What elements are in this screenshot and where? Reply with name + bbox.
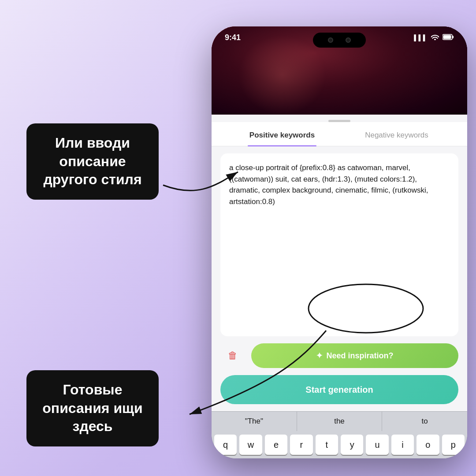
key-p[interactable]: p (442, 435, 465, 455)
suggestion-the[interactable]: the (297, 412, 383, 431)
status-time: 9:41 (225, 33, 241, 42)
key-o[interactable]: o (416, 435, 439, 455)
island-camera-right (346, 37, 351, 43)
key-q[interactable]: q (214, 435, 237, 455)
keyboard-suggestions: "The" the to (212, 411, 467, 431)
phone-content: Positive keywords Negative keywords a cl… (212, 115, 467, 458)
phone-mockup: 9:41 ▌▌▌ (212, 26, 467, 458)
key-u[interactable]: u (366, 435, 388, 455)
key-i[interactable]: i (391, 435, 414, 455)
sparkle-icon: ✦ (316, 351, 323, 361)
keyboard-row: q w e r t y u i o p (212, 431, 467, 458)
prompt-text-area[interactable]: a close-up portrait of {prefix:0.8} as c… (220, 153, 458, 336)
key-w[interactable]: w (239, 435, 262, 455)
tab-negative-keywords[interactable]: Negative keywords (339, 131, 454, 146)
dynamic-island (313, 33, 366, 48)
key-y[interactable]: y (341, 435, 363, 455)
battery-icon (443, 34, 454, 41)
tab-positive-keywords[interactable]: Positive keywords (225, 131, 339, 146)
key-r[interactable]: r (290, 435, 312, 455)
annotation-bottom: Готовые описания ищи здесь (26, 370, 159, 446)
action-row: 🗑 ✦ Need inspiration? (212, 343, 467, 375)
trash-icon: 🗑 (228, 350, 238, 361)
start-generation-button[interactable]: Start generation (220, 375, 458, 404)
signal-icon: ▌▌▌ (414, 34, 428, 41)
annotation-top: Или вводи описание другого стиля (26, 123, 159, 200)
svg-rect-2 (443, 35, 451, 39)
status-icons: ▌▌▌ (414, 34, 454, 41)
key-e[interactable]: e (265, 435, 287, 455)
inspiration-button[interactable]: ✦ Need inspiration? (251, 343, 458, 368)
trash-button[interactable]: 🗑 (220, 343, 245, 368)
suggestion-the-quoted[interactable]: "The" (212, 412, 297, 431)
suggestion-to[interactable]: to (382, 412, 467, 431)
wifi-icon (431, 34, 439, 41)
island-camera-left (328, 37, 333, 43)
key-t[interactable]: t (316, 435, 338, 455)
phone-wrapper: 9:41 ▌▌▌ (203, 0, 476, 476)
tab-bar: Positive keywords Negative keywords (212, 122, 467, 146)
svg-rect-1 (453, 36, 454, 38)
